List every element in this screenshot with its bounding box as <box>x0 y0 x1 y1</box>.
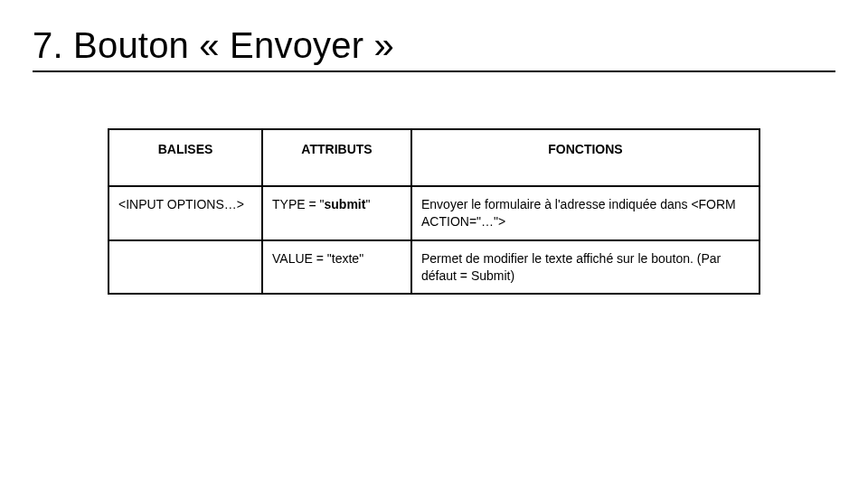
slide-title: 7. Bouton « Envoyer » <box>33 25 835 65</box>
table-row: <INPUT OPTIONS…> TYPE = "submit" Envoyer… <box>108 186 760 240</box>
table-wrap: BALISES ATTRIBUTS FONCTIONS <INPUT OPTIO… <box>33 128 835 295</box>
table-header-row: BALISES ATTRIBUTS FONCTIONS <box>108 129 760 186</box>
attr-post: " <box>365 197 370 211</box>
table-row: VALUE = "texte" Permet de modifier le te… <box>108 240 760 295</box>
reference-table: BALISES ATTRIBUTS FONCTIONS <INPUT OPTIO… <box>108 128 760 295</box>
slide: 7. Bouton « Envoyer » BALISES ATTRIBUTS … <box>0 0 868 488</box>
cell-fonctions: Permet de modifier le texte affiché sur … <box>411 240 760 295</box>
cell-balises: <INPUT OPTIONS…> <box>108 186 262 240</box>
attr-pre: TYPE = " <box>272 197 325 211</box>
header-fonctions: FONCTIONS <box>411 129 760 186</box>
cell-attributs: TYPE = "submit" <box>262 186 411 240</box>
cell-attributs: VALUE = "texte" <box>262 240 411 295</box>
attr-pre: VALUE = "texte" <box>272 251 363 266</box>
header-balises: BALISES <box>108 129 262 186</box>
attr-bold: submit <box>325 197 366 211</box>
title-underline <box>33 70 835 72</box>
header-attributs: ATTRIBUTS <box>262 129 411 186</box>
cell-balises <box>108 240 262 295</box>
cell-fonctions: Envoyer le formulaire à l'adresse indiqu… <box>411 186 760 240</box>
